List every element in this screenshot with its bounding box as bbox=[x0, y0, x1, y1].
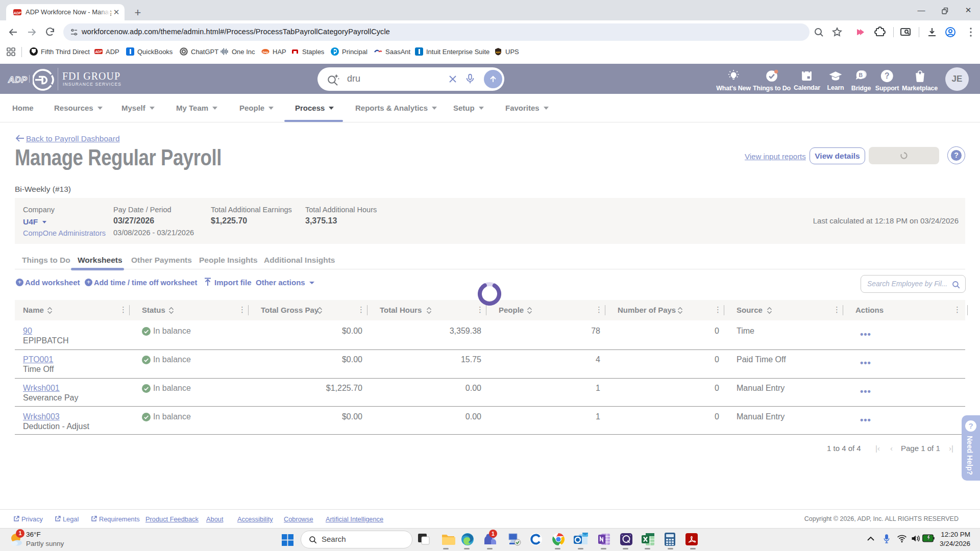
svg-text:B: B bbox=[859, 72, 863, 78]
svg-text:?: ? bbox=[885, 71, 889, 80]
svg-text:ADP: ADP bbox=[13, 11, 21, 15]
svg-text:hap: hap bbox=[263, 51, 268, 54]
svg-text:ups: ups bbox=[496, 51, 501, 54]
svg-text:ADP: ADP bbox=[94, 50, 102, 54]
